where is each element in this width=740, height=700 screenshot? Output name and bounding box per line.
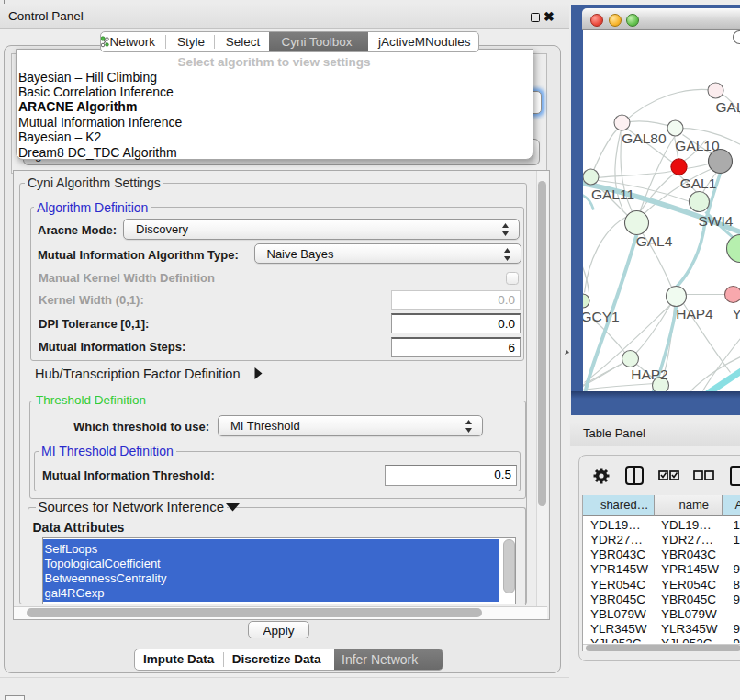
- svg-text:SWI4: SWI4: [698, 213, 733, 229]
- svg-text:GCY1: GCY1: [583, 308, 620, 323]
- svg-text:HAP4: HAP4: [676, 305, 713, 321]
- svg-text:GAL11: GAL11: [590, 186, 633, 201]
- svg-text:GAL10: GAL10: [675, 137, 720, 152]
- svg-text:GAL4: GAL4: [635, 232, 672, 248]
- svg-text:GAL1: GAL1: [679, 175, 716, 190]
- svg-text:HAP2: HAP2: [631, 366, 668, 381]
- svg-text:GAL7: GAL7: [715, 98, 740, 114]
- svg-text:GAL80: GAL80: [622, 130, 667, 145]
- svg-text:YO: YO: [732, 305, 740, 321]
